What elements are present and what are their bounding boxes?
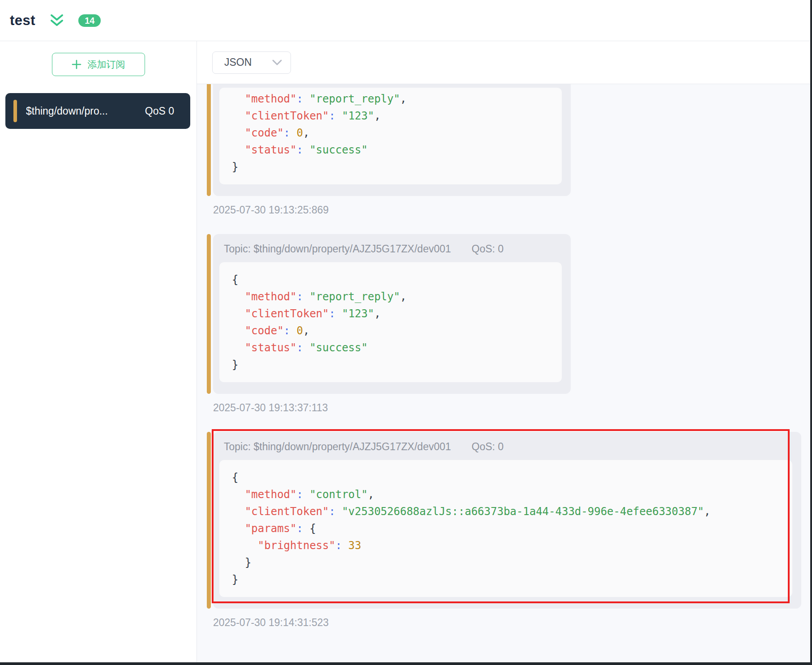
- token-str: "123": [342, 110, 374, 122]
- message-accent-bar: [207, 432, 211, 609]
- code-line: "method": "report_reply",: [232, 288, 549, 305]
- token-plain: [232, 522, 245, 535]
- message-card-header: Topic: $thing/down/property/AJZJ5G17ZX/d…: [213, 432, 801, 460]
- code-line: "status": "success": [232, 339, 549, 356]
- payload-code-block: { "method": "control", "clientToken": "v…: [219, 460, 792, 597]
- token-plain: [232, 144, 245, 156]
- connection-name: test: [10, 13, 35, 29]
- main-row: 添加订阅 $thing/down/pro... QoS 0 JSON: [0, 41, 812, 662]
- message-topic: Topic: $thing/down/property/AJZJ5G17ZX/d…: [224, 441, 451, 453]
- token-punc: }: [232, 358, 238, 371]
- token-punc: {: [309, 522, 316, 535]
- token-punc: ,: [368, 488, 374, 501]
- token-colon: :: [284, 324, 297, 337]
- token-plain: [232, 127, 245, 139]
- window-right-edge: [810, 0, 812, 665]
- token-str: "control": [309, 488, 368, 501]
- token-plain: [232, 110, 245, 122]
- token-colon: :: [297, 488, 310, 501]
- token-plain: [232, 488, 245, 501]
- token-punc: {: [232, 471, 238, 484]
- subscription-topic: $thing/down/pro...: [26, 105, 136, 117]
- message-card-body: Topic: $thing/down/property/AJZJ5G17ZX/d…: [213, 234, 571, 394]
- message-card-header: Topic: $thing/down/property/AJZJ5G17ZX/d…: [213, 234, 571, 262]
- message-card-body: "method": "report_reply", "clientToken":…: [213, 84, 571, 196]
- token-plain: [232, 341, 245, 354]
- token-str: "report_reply": [309, 93, 400, 105]
- code-line: }: [232, 554, 780, 571]
- code-line: "clientToken": "v2530526688azlJs::a66373…: [232, 503, 780, 520]
- plus-icon: [72, 60, 81, 69]
- token-plain: [232, 290, 245, 303]
- token-key: "code": [245, 127, 284, 139]
- code-line: }: [232, 571, 780, 588]
- code-line: {: [232, 469, 780, 486]
- token-key: "clientToken": [245, 505, 329, 518]
- token-plain: [232, 324, 245, 337]
- message-card[interactable]: Topic: $thing/down/property/AJZJ5G17ZX/d…: [207, 432, 801, 609]
- token-key: "method": [245, 93, 297, 105]
- token-num: 0: [297, 324, 303, 337]
- token-key: "status": [245, 341, 297, 354]
- subscription-item[interactable]: $thing/down/pro... QoS 0: [5, 93, 190, 129]
- code-line: "code": 0,: [232, 124, 549, 141]
- token-colon: :: [329, 505, 342, 518]
- message-card[interactable]: Topic: $thing/down/property/AJZJ5G17ZX/d…: [207, 234, 571, 394]
- token-str: "123": [342, 307, 374, 320]
- token-key: "method": [245, 488, 297, 501]
- token-key: "method": [245, 290, 297, 303]
- code-line: "status": "success": [232, 141, 549, 158]
- token-plain: [232, 93, 245, 105]
- message-topic: Topic: $thing/down/property/AJZJ5G17ZX/d…: [224, 243, 451, 255]
- code-line: "clientToken": "123",: [232, 107, 549, 124]
- token-plain: [232, 505, 245, 518]
- code-line: "clientToken": "123",: [232, 305, 549, 322]
- token-punc: {: [232, 273, 238, 286]
- code-line: }: [232, 158, 549, 175]
- token-colon: :: [297, 522, 310, 535]
- token-num: 0: [297, 127, 303, 139]
- token-punc: }: [232, 161, 238, 173]
- token-colon: :: [329, 307, 342, 320]
- message-card-body: Topic: $thing/down/property/AJZJ5G17ZX/d…: [213, 432, 801, 609]
- payload-format-select[interactable]: JSON: [212, 51, 291, 74]
- message-card[interactable]: "method": "report_reply", "clientToken":…: [207, 84, 571, 196]
- token-key: "brightness": [258, 539, 335, 552]
- code-line: "brightness": 33: [232, 537, 780, 554]
- chevron-down-icon: [272, 59, 282, 66]
- add-subscription-label: 添加订阅: [88, 58, 125, 71]
- code-line: "params": {: [232, 520, 780, 537]
- code-line: "method": "report_reply",: [232, 90, 549, 107]
- token-num: 33: [348, 539, 361, 552]
- token-key: "code": [245, 324, 284, 337]
- subscriptions-sidebar: 添加订阅 $thing/down/pro... QoS 0: [0, 41, 197, 662]
- app-window: test 14 添加订阅 $thing/dow: [0, 0, 812, 665]
- payload-code-block: { "method": "report_reply", "clientToken…: [219, 262, 562, 382]
- token-key: "clientToken": [245, 110, 329, 122]
- token-plain: [232, 307, 245, 320]
- code-line: "code": 0,: [232, 322, 549, 339]
- payload-toolbar: JSON: [197, 41, 812, 84]
- token-colon: :: [297, 290, 310, 303]
- add-subscription-button[interactable]: 添加订阅: [52, 53, 145, 76]
- code-line: {: [232, 271, 549, 288]
- token-punc: ,: [374, 110, 380, 122]
- collapse-double-chevron-icon[interactable]: [49, 13, 65, 28]
- message-feed[interactable]: "method": "report_reply", "clientToken":…: [197, 84, 812, 662]
- token-punc: }: [245, 556, 251, 569]
- window-bottom-edge: [0, 662, 812, 665]
- message-count-badge: 14: [78, 14, 101, 27]
- token-punc: ,: [400, 93, 406, 105]
- payload-format-value: JSON: [224, 56, 252, 68]
- token-punc: ,: [303, 324, 309, 337]
- token-str: "success": [309, 144, 368, 156]
- token-key: "status": [245, 144, 297, 156]
- message-panel: JSON "method": "report_reply", "clientTo…: [197, 41, 812, 662]
- subscription-color-bar: [13, 100, 17, 122]
- token-str: "v2530526688azlJs::a66373ba-1a44-433d-99…: [342, 505, 704, 518]
- payload-code-block: "method": "report_reply", "clientToken":…: [219, 88, 562, 184]
- message-qos: QoS: 0: [472, 441, 504, 453]
- token-key: "params": [245, 522, 297, 535]
- token-plain: [232, 539, 258, 552]
- code-line: "method": "control",: [232, 486, 780, 503]
